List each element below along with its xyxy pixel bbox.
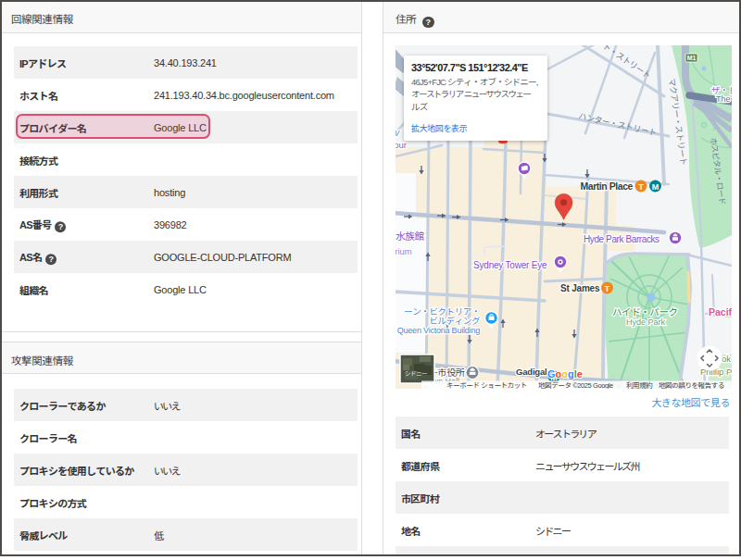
svg-text:e: e xyxy=(577,368,583,380)
svg-text:bour: bour xyxy=(396,140,407,150)
svg-text:Sydney Tower Eye: Sydney Tower Eye xyxy=(473,260,547,270)
svg-text:Hyde Park Barracks: Hyde Park Barracks xyxy=(584,234,659,244)
svg-text:arium: arium xyxy=(396,246,412,256)
svg-text:M: M xyxy=(652,182,659,192)
svg-text:T: T xyxy=(605,284,610,293)
svg-text:Pacific: Pacific xyxy=(709,306,732,317)
svg-text:シドニー: シドニー xyxy=(405,370,427,377)
svg-text:キーボード ショートカット: キーボード ショートカット xyxy=(446,381,527,390)
svg-text:ok: ok xyxy=(722,354,731,364)
svg-text:利用規約: 利用規約 xyxy=(626,381,652,390)
svg-text:St James: St James xyxy=(560,283,600,293)
svg-text:Gadigal: Gadigal xyxy=(516,367,546,377)
svg-text:M1: M1 xyxy=(687,55,697,61)
svg-text:地図データ ©2025 Google: 地図データ ©2025 Google xyxy=(538,381,613,390)
svg-text:水族館: 水族館 xyxy=(396,230,424,242)
svg-text:G: G xyxy=(547,368,556,380)
svg-text:地図の誤りを報告する: 地図の誤りを報告する xyxy=(659,381,724,390)
svg-text:Hyde Park: Hyde Park xyxy=(626,317,666,327)
svg-text:T: T xyxy=(638,182,644,192)
svg-text:Martin Place: Martin Place xyxy=(581,180,634,192)
svg-text:ビルディング: ビルディング xyxy=(429,316,481,326)
svg-text:Queen Victoria Building: Queen Victoria Building xyxy=(397,326,480,335)
svg-text:The D: The D xyxy=(716,94,732,104)
svg-text:ハイド・パーク: ハイド・パーク xyxy=(612,306,678,317)
